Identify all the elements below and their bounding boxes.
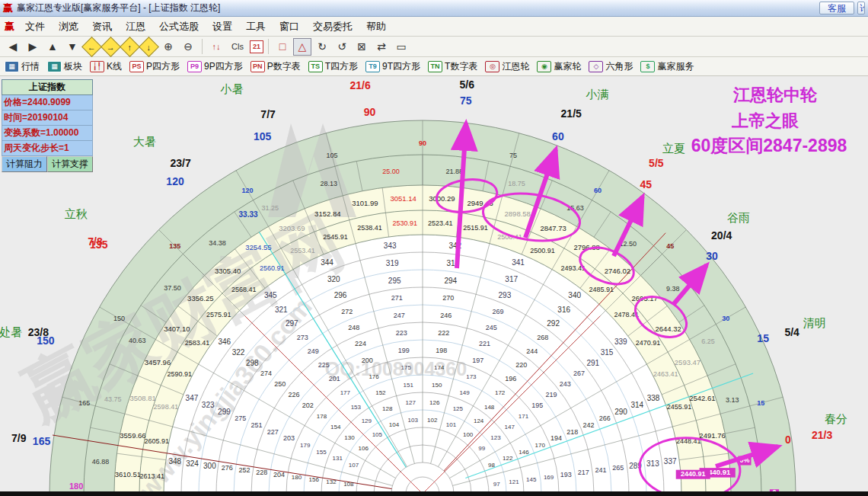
menu-item-8[interactable]: 交易委托 [306,19,359,34]
diamond-right-icon[interactable]: → [101,37,121,57]
menu-item-4[interactable]: 公式选股 [152,19,206,34]
spiral-value: 148 [484,404,495,411]
spiral-value: 98 [488,462,495,469]
spiral-value: 226 [289,391,300,398]
tool-kline[interactable]: ╽╿K线 [90,60,122,73]
panel-row-3: 周天变化步长=1 [2,141,93,156]
rotate-cw-icon[interactable]: ↻ [313,38,331,56]
tool-gann-wheel[interactable]: ◎江恩轮 [485,60,529,73]
spiral-value: 298 [246,359,259,367]
tool-winner-service-label: 赢家服务 [657,60,694,73]
bottom-edge [0,491,868,496]
degree-outer-label: 60 [552,130,564,142]
tool-p-table-icon: PN [251,61,265,72]
square-tool-icon[interactable]: □ [273,38,292,56]
rotate-ccw-icon[interactable]: ↺ [333,38,351,56]
spiral-value: 322 [232,348,245,357]
degree-inner-label: 90 [419,139,426,147]
tool-p-square[interactable]: PSP四方形 [129,60,180,73]
spiral-value: 293 [499,291,512,299]
tool-hexagon[interactable]: ◇六角形 [589,60,633,73]
degree-outer-label: 15 [757,332,769,344]
spiral-value: 295 [388,277,401,285]
forum-button[interactable]: 论坛 [857,2,865,14]
tool-9t-square-label: 9T四方形 [382,60,420,73]
price-value: 2593.47 [675,358,700,366]
spiral-value: 174 [434,364,445,371]
degree-outer-label: 30 [706,250,718,262]
calendar-date: 5/4 [784,326,799,338]
tool-quotes[interactable]: ▦行情 [5,60,40,73]
spiral-value: 108 [343,481,354,488]
customer-service-button[interactable]: 客服 [819,2,854,14]
tool-t-square[interactable]: TST四方形 [308,60,358,73]
triangle-tool-icon[interactable]: △ [293,38,311,56]
degree-inner-label: 105 [326,152,337,159]
spiral-value: 147 [505,424,515,430]
tool-winner-wheel[interactable]: ◉赢家轮 [537,60,581,73]
nav-up-icon[interactable]: ▲ [43,38,62,56]
xbox-icon[interactable]: ⊠ [353,38,371,56]
scale-icon[interactable]: ⇄ [372,38,391,56]
diamond-up-icon[interactable]: ↑ [120,37,140,57]
menu-item-3[interactable]: 江恩 [119,19,152,34]
cls-button[interactable]: Cls [227,38,248,56]
solar-term: 大暑 [133,135,156,148]
price-value: 2470.91 [636,339,661,347]
spiral-value: 340 [568,291,581,299]
tool-t-square-label: T四方形 [325,60,358,73]
percent-value: 46.88 [92,458,110,466]
spiral-value: 123 [490,434,501,441]
diamond-down-icon[interactable]: ↓ [139,37,159,57]
spiral-value: 292 [547,319,560,328]
spiral-value: 219 [545,391,557,398]
menu-item-0[interactable]: 文件 [18,19,52,34]
menu-item-2[interactable]: 资讯 [85,19,119,34]
calendar-icon[interactable]: 21 [250,40,263,53]
screen-icon[interactable]: ▭ [392,38,410,56]
percent-value: 6.25 [701,338,715,345]
zoom-in-icon[interactable]: ⊕ [159,38,177,56]
spiral-value: 313 [646,459,659,468]
tool-winner-service[interactable]: $赢家服务 [640,60,694,73]
menu-item-6[interactable]: 工具 [239,19,273,34]
solar-term: 立夏 [662,142,685,155]
tool-quotes-label: 行情 [21,60,40,73]
calc-support-button[interactable]: 计算支撑 [47,156,93,172]
menu-item-1[interactable]: 浏览 [52,19,85,34]
degree-outer-label: 120 [166,175,184,187]
nav-right-icon[interactable]: ▶ [24,38,42,56]
spiral-value: 249 [308,347,319,355]
calendar-date: 7/7 [260,108,276,120]
spiral-value: 274 [260,370,272,377]
menu-item-5[interactable]: 设置 [206,19,239,34]
menu-item-9[interactable]: 帮助 [359,19,393,34]
calc-resistance-button[interactable]: 计算阻力 [2,156,47,172]
spiral-value: 344 [321,258,333,267]
main-toolbar: ◀▶▲▼←→↑↓⊕⊖↑↓Cls21□△↻↺⊠⇄▭ [0,37,868,57]
spiral-value: 246 [440,312,452,319]
price-value: 2538.41 [357,224,382,232]
nav-down-icon[interactable]: ▼ [63,38,81,56]
tool-sectors[interactable]: ▦板块 [47,60,82,73]
annotation-note-1: 上帝之眼 [731,111,799,130]
solar-term: 处暑 [0,325,22,338]
menu-item-7[interactable]: 窗口 [273,19,306,34]
solar-term: 春分 [825,412,847,425]
tool-t-table[interactable]: TNT数字表 [428,60,477,73]
updown-icon[interactable]: ↑↓ [207,38,225,56]
tool-9p-square[interactable]: P99P四方形 [187,60,243,73]
spiral-value: 173 [466,373,477,380]
tool-p-table[interactable]: PNP数字表 [251,60,301,73]
tool-p-square-label: P四方形 [146,60,180,73]
tool-hexagon-icon: ◇ [589,61,603,72]
calendar-date: 21/6 [350,79,371,91]
diamond-left-icon[interactable]: ← [81,37,102,57]
zoom-out-icon[interactable]: ⊖ [179,38,197,56]
nav-left-icon[interactable]: ◀ [4,38,22,56]
spiral-value: 323 [202,401,215,409]
degree-inner-label: 15 [757,399,764,407]
tool-9t-square[interactable]: T99T四方形 [365,60,420,73]
calendar-date: 5/6 [459,78,474,91]
price-value: 3559.66 [120,431,145,440]
